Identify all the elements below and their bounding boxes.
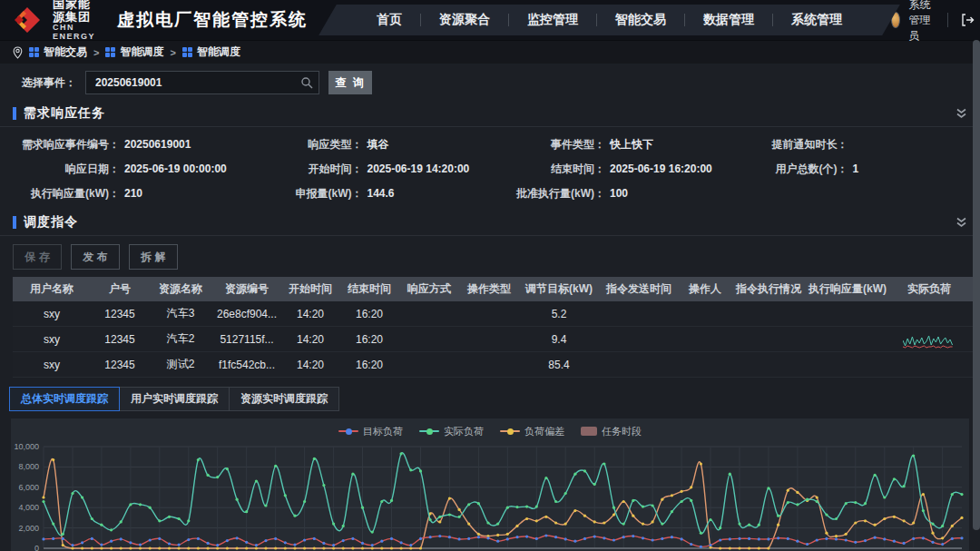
section-accent-bar <box>13 107 16 120</box>
app-title: 虚拟电厂智能管控系统 <box>117 8 308 32</box>
table-cell <box>599 352 679 377</box>
org-name-block: 国家能源集团 CHN ENERGY <box>53 0 95 42</box>
main-nav: 首页资源聚合监控管理智能交易数据管理系统管理 <box>328 5 891 35</box>
collapse-chevron-icon[interactable] <box>956 217 967 228</box>
user-menu[interactable]: 系统管理员 <box>891 0 980 44</box>
field-5: 开始时间：2025-06-19 14:20:00 <box>243 161 486 177</box>
split-button[interactable]: 拆 解 <box>129 244 178 270</box>
legend-item-1[interactable]: 实际负荷 <box>419 425 484 438</box>
field-2: 事件类型：快上快下 <box>485 136 729 153</box>
field-value: 144.6 <box>368 187 395 200</box>
table-cell <box>599 327 679 351</box>
dispatch-table: 用户名称户号资源名称资源编号开始时间结束时间响应方式操作类型调节目标(kW)指令… <box>13 277 973 378</box>
breadcrumb-item-2[interactable]: 智能调度 <box>182 44 240 60</box>
field-label: 用户总数(个)： <box>729 162 848 177</box>
table-cell: 16:20 <box>339 352 399 377</box>
column-header: 调节目标(kW) <box>519 277 599 301</box>
field-label: 申报量(kW)： <box>243 186 363 202</box>
legend-dot-icon <box>346 428 352 435</box>
field-11 <box>729 185 972 202</box>
legend-item-2[interactable]: 负荷偏差 <box>500 425 564 438</box>
collapse-chevron-icon[interactable] <box>956 108 967 119</box>
table-cell: 汽车3 <box>149 301 212 326</box>
table-cell <box>679 327 731 351</box>
table-cell <box>399 352 459 377</box>
table-row[interactable]: sxy12345汽车25127115f...14:2016:209.4 <box>13 327 973 352</box>
field-7: 用户总数(个)：1 <box>729 161 972 177</box>
field-label: 提前通知时长： <box>729 137 848 153</box>
nav-item-1[interactable]: 资源聚合 <box>421 12 508 28</box>
chart-legend: 目标负荷实际负荷负荷偏差任务时段 <box>11 423 969 439</box>
field-label: 需求响应事件编号： <box>0 137 120 153</box>
publish-button[interactable]: 发 布 <box>71 244 120 270</box>
breadcrumb-label: 智能调度 <box>197 44 240 60</box>
svg-text:4,000: 4,000 <box>18 503 39 512</box>
org-name-cn: 国家能源集团 <box>53 0 95 24</box>
save-button[interactable]: 保 存 <box>13 244 62 270</box>
field-value: 填谷 <box>368 137 389 153</box>
table-cell <box>599 301 679 326</box>
logout-icon[interactable] <box>960 11 975 29</box>
table-cell <box>399 301 459 326</box>
vertical-scrollbar[interactable] <box>973 40 980 530</box>
column-header: 开始时间 <box>281 277 339 301</box>
query-button[interactable]: 查 询 <box>328 71 372 94</box>
column-header: 资源编号 <box>212 277 281 301</box>
tab-1[interactable]: 用户实时调度跟踪 <box>119 387 230 411</box>
column-header: 实际负荷 <box>889 277 969 301</box>
dispatch-header: 调度指令 <box>0 209 980 236</box>
field-0: 需求响应事件编号：20250619001 <box>0 136 243 153</box>
field-value: 100 <box>610 187 628 200</box>
table-cell <box>806 327 889 351</box>
breadcrumb-item-1[interactable]: 智能调度 <box>105 44 163 60</box>
dispatch-toolbar: 保 存发 布拆 解 <box>0 236 980 277</box>
field-6: 结束时间：2025-06-19 16:20:00 <box>485 161 729 177</box>
column-header: 指令发送时间 <box>599 277 679 301</box>
demand-response-fields: 需求响应事件编号：20250619001响应类型：填谷事件类型：快上快下提前通知… <box>0 127 980 209</box>
tab-0[interactable]: 总体实时调度跟踪 <box>9 387 120 411</box>
nav-item-5[interactable]: 系统管理 <box>773 12 860 28</box>
breadcrumb-label: 智能交易 <box>44 44 87 60</box>
table-cell: 12345 <box>91 327 149 351</box>
field-value: 210 <box>124 187 142 200</box>
table-row[interactable]: sxy12345测试2f1fc542cb...14:2016:2085.4 <box>13 352 973 378</box>
legend-item-task[interactable]: 任务时段 <box>581 425 642 438</box>
table-cell: f1fc542cb... <box>212 352 281 377</box>
legend-line-icon <box>338 430 358 432</box>
breadcrumb-separator: > <box>93 47 99 58</box>
legend-item-0[interactable]: 目标负荷 <box>338 425 403 438</box>
field-label: 执行响应量(kW)： <box>0 186 120 202</box>
legend-line-icon <box>500 430 520 432</box>
field-8: 执行响应量(kW)：210 <box>0 185 243 202</box>
field-label: 响应类型： <box>243 137 363 153</box>
svg-text:6,000: 6,000 <box>18 483 39 492</box>
field-1: 响应类型：填谷 <box>243 136 486 153</box>
org-name-en: CHN ENERGY <box>53 24 95 42</box>
nav-item-4[interactable]: 数据管理 <box>685 12 772 28</box>
table-cell <box>679 352 731 377</box>
table-cell: 汽车2 <box>149 327 212 351</box>
table-row[interactable]: sxy12345汽车326e8cf904...14:2016:205.2 <box>13 301 973 327</box>
column-header: 户号 <box>91 277 149 301</box>
legend-label: 目标负荷 <box>363 425 403 438</box>
field-value: 2025-06-19 14:20:00 <box>368 162 470 175</box>
table-cell <box>731 327 806 351</box>
chn-energy-logo-icon <box>13 6 45 34</box>
table-cell <box>459 301 519 326</box>
table-cell <box>459 327 519 351</box>
nav-item-0[interactable]: 首页 <box>358 12 420 28</box>
legend-label: 负荷偏差 <box>524 425 564 438</box>
table-cell <box>731 352 806 377</box>
nav-item-2[interactable]: 监控管理 <box>509 12 596 28</box>
load-tracking-chart: 02,0004,0006,0008,00010,0000:000:451:302… <box>11 439 969 551</box>
event-input[interactable] <box>85 71 319 94</box>
tab-2[interactable]: 资源实时调度跟踪 <box>229 387 339 411</box>
dispatch-title: 调度指令 <box>24 214 78 231</box>
table-cell <box>459 352 519 377</box>
table-cell <box>806 301 889 326</box>
demand-response-section: 需求响应任务 需求响应事件编号：20250619001响应类型：填谷事件类型：快… <box>0 100 980 209</box>
nav-item-3[interactable]: 智能交易 <box>597 12 684 28</box>
dispatch-section: 调度指令 保 存发 布拆 解 用户名称户号资源名称资源编号开始时间结束时间响应方… <box>0 209 980 378</box>
legend-dot-icon <box>507 428 514 435</box>
breadcrumb-item-0[interactable]: 智能交易 <box>29 44 87 60</box>
